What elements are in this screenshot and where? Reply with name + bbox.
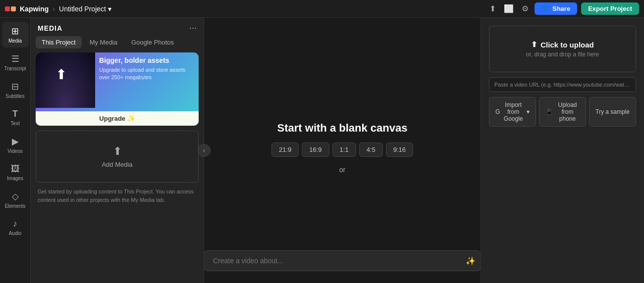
sidebar-item-media[interactable]: ⊞ Media — [2, 22, 29, 47]
upload-zone[interactable]: ⬆ Click to upload or, drag and drop a fi… — [489, 26, 636, 72]
export-button[interactable]: Export Project — [581, 2, 639, 15]
project-chevron-icon: ▾ — [108, 5, 111, 13]
media-icon: ⊞ — [11, 26, 19, 37]
sidebar-item-label: Transcript — [4, 66, 26, 71]
media-header: MEDIA ··· — [31, 18, 204, 36]
sidebar-item-label: Media — [8, 38, 22, 44]
sidebar-item-label: Audio — [9, 231, 22, 236]
sidebar-item-label: Images — [7, 176, 23, 181]
ratio-9-16[interactable]: 9:16 — [386, 142, 413, 157]
text-icon: T — [12, 109, 18, 119]
videos-icon: ▶ — [12, 136, 19, 147]
tab-google-photos[interactable]: Google Photos — [125, 36, 180, 48]
google-icon: G — [495, 108, 500, 115]
upload-arrow-icon: ⬆ — [531, 40, 537, 49]
breadcrumb-sep: › — [53, 5, 55, 13]
subtitles-nav-icon: ⊟ — [11, 81, 19, 92]
upgrade-body: Upgrade to upload and store assets over … — [99, 66, 195, 82]
logo-yellow-square — [11, 6, 16, 11]
ai-input-row: ✨ — [204, 250, 481, 271]
tab-this-project[interactable]: This Project — [36, 36, 82, 48]
share-button[interactable]: 👤 Share — [535, 2, 577, 15]
logo — [5, 6, 16, 11]
elements-icon: ◇ — [12, 191, 19, 202]
try-sample-button[interactable]: Try a sample — [589, 97, 636, 127]
sidebar-item-label: Elements — [5, 203, 26, 209]
ai-video-input[interactable] — [209, 251, 466, 271]
url-input[interactable]: Paste a video URL (e.g. https://www.yout… — [489, 77, 636, 92]
upload-zone-title: ⬆ Click to upload — [531, 40, 594, 49]
ratio-16-9[interactable]: 16:9 — [302, 142, 329, 157]
main-layout: ⊞ Media ☰ Transcript ⊟ Subtitles T Text … — [0, 18, 644, 283]
ratio-4-5[interactable]: 4:5 — [359, 142, 383, 157]
sidebar-item-text[interactable]: T Text — [2, 105, 29, 130]
upgrade-thumb: ⬆ — [36, 52, 95, 108]
add-media-icon: ⬆ — [113, 145, 122, 158]
blank-canvas-label: Start with a blank canvas — [277, 122, 408, 135]
upgrade-button[interactable]: Upgrade ✨ — [36, 111, 199, 126]
ratio-1-1[interactable]: 1:1 — [332, 142, 356, 157]
phone-icon: 📱 — [545, 108, 553, 115]
sidebar-item-label: Subtitles — [5, 94, 24, 99]
topbar: Kapwing › Untitled Project ▾ ⬆ ⬜ ⚙ 👤 Sha… — [0, 0, 644, 18]
media-tabs: This Project My Media Google Photos — [31, 36, 204, 48]
add-media-label: Add Media — [102, 161, 132, 168]
sidebar-item-transcript[interactable]: ☰ Transcript — [2, 49, 29, 75]
media-options-icon[interactable]: ··· — [189, 23, 197, 33]
icon-nav: ⊞ Media ☰ Transcript ⊟ Subtitles T Text … — [0, 18, 31, 283]
media-title: MEDIA — [38, 24, 62, 32]
action-buttons: G Import from Google ▾ 📱 Upload from pho… — [489, 97, 636, 127]
chevron-down-icon: ▾ — [527, 108, 530, 115]
share-upload-icon[interactable]: ⬆ — [487, 2, 498, 15]
logo-red-square — [5, 6, 10, 11]
canvas-area: Start with a blank canvas 21:9 16:9 1:1 … — [204, 18, 481, 283]
upgrade-card: ⬆ Bigger, bolder assets Upgrade to uploa… — [36, 52, 199, 126]
collapse-panel-button[interactable]: ‹ — [198, 144, 211, 157]
project-name[interactable]: Untitled Project ▾ — [59, 5, 111, 13]
sidebar-item-elements[interactable]: ◇ Elements — [2, 187, 29, 213]
audio-icon: ♪ — [13, 219, 17, 229]
sidebar-item-subtitles[interactable]: ⊟ Subtitles — [2, 77, 29, 103]
images-icon: 🖼 — [11, 164, 20, 174]
aspect-ratio-row: 21:9 16:9 1:1 4:5 9:16 — [271, 142, 413, 157]
sidebar-item-videos[interactable]: ▶ Videos — [2, 132, 29, 158]
settings-icon[interactable]: ⚙ — [520, 2, 531, 15]
upgrade-text: Bigger, bolder assets Upgrade to upload … — [99, 56, 195, 82]
upload-phone-button[interactable]: 📱 Upload from phone — [539, 97, 586, 127]
upload-zone-sub: or, drag and drop a file here — [526, 51, 599, 58]
transcript-icon: ☰ — [11, 53, 19, 64]
upgrade-heading: Bigger, bolder assets — [99, 56, 195, 64]
topbar-icons: ⬆ ⬜ ⚙ 👤 Share Export Project — [487, 2, 639, 15]
or-label: or — [339, 166, 345, 174]
ai-magic-button[interactable]: ✨ — [466, 256, 476, 266]
media-hint: Get started by uploading content to This… — [31, 188, 204, 204]
sidebar-item-label: Videos — [7, 148, 22, 154]
brand-name: Kapwing — [20, 5, 49, 13]
tab-my-media[interactable]: My Media — [84, 36, 123, 48]
import-google-button[interactable]: G Import from Google ▾ — [489, 97, 536, 127]
sidebar-item-label: Text — [10, 121, 19, 126]
sidebar-item-audio[interactable]: ♪ Audio — [2, 215, 29, 240]
add-media-button[interactable]: ⬆ Add Media — [36, 131, 199, 183]
upload-panel: ⬆ Click to upload or, drag and drop a fi… — [481, 18, 644, 283]
media-panel: MEDIA ··· This Project My Media Google P… — [31, 18, 204, 283]
share-icon: 👤 — [541, 5, 549, 12]
upgrade-thumb-image: ⬆ — [36, 52, 95, 108]
subtitles-icon[interactable]: ⬜ — [502, 2, 516, 15]
sidebar-item-images[interactable]: 🖼 Images — [2, 160, 29, 185]
ratio-21-9[interactable]: 21:9 — [271, 142, 299, 157]
